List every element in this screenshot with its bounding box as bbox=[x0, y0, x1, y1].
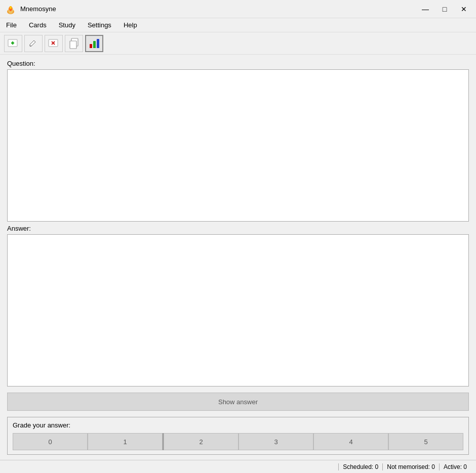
edit-icon bbox=[27, 37, 39, 50]
question-text-area[interactable] bbox=[7, 69, 469, 222]
active-status: Active: 0 bbox=[439, 463, 471, 470]
active-label: Active: bbox=[444, 463, 462, 470]
menu-item-settings[interactable]: Settings bbox=[82, 19, 117, 31]
add-card-button[interactable] bbox=[4, 35, 22, 52]
close-button[interactable]: ✕ bbox=[457, 2, 471, 16]
edit-card-button[interactable] bbox=[24, 35, 43, 52]
not-memorised-value: 0 bbox=[431, 463, 435, 470]
chart-icon bbox=[89, 38, 100, 49]
grade-button-2[interactable]: 2 bbox=[164, 433, 239, 450]
delete-card-button[interactable] bbox=[45, 35, 63, 52]
menu-bar: File Cards Study Settings Help bbox=[0, 18, 476, 32]
svg-rect-14 bbox=[70, 41, 76, 49]
answer-text-area[interactable] bbox=[7, 234, 469, 386]
grade-button-3[interactable]: 3 bbox=[239, 433, 313, 450]
grade-section: Grade your answer: 0 1 2 3 4 5 bbox=[7, 417, 469, 455]
svg-point-3 bbox=[10, 6, 12, 9]
active-value: 0 bbox=[463, 463, 467, 470]
scheduled-label: Scheduled: bbox=[343, 463, 373, 470]
answer-label: Answer: bbox=[7, 225, 469, 232]
copy-card-button[interactable] bbox=[65, 35, 83, 52]
grade-button-5[interactable]: 5 bbox=[388, 433, 463, 450]
menu-item-cards[interactable]: Cards bbox=[23, 19, 53, 31]
toolbar bbox=[0, 32, 476, 55]
scheduled-status: Scheduled: 0 bbox=[338, 463, 382, 470]
grade-button-1[interactable]: 1 bbox=[88, 433, 163, 450]
grade-button-4[interactable]: 4 bbox=[313, 433, 388, 450]
not-memorised-label: Not memorised: bbox=[387, 463, 430, 470]
question-label: Question: bbox=[7, 60, 469, 67]
copy-icon bbox=[68, 37, 80, 50]
not-memorised-status: Not memorised: 0 bbox=[382, 463, 439, 470]
grade-label: Grade your answer: bbox=[13, 421, 463, 429]
title-bar: Mnemosyne — □ ✕ bbox=[0, 0, 476, 18]
maximize-button[interactable]: □ bbox=[438, 2, 452, 16]
grade-buttons: 0 1 2 3 4 5 bbox=[13, 433, 463, 450]
question-section: Question: bbox=[7, 60, 469, 222]
show-answer-button[interactable]: Show answer bbox=[7, 393, 469, 411]
answer-section: Answer: bbox=[7, 225, 469, 386]
scheduled-value: 0 bbox=[375, 463, 379, 470]
main-content: Question: Answer: Show answer Grade your… bbox=[0, 55, 476, 460]
app-logo-icon bbox=[5, 4, 16, 15]
window-title: Mnemosyne bbox=[20, 5, 56, 13]
minimize-button[interactable]: — bbox=[418, 2, 432, 16]
add-icon bbox=[7, 37, 19, 50]
menu-item-file[interactable]: File bbox=[0, 19, 23, 31]
stats-button[interactable] bbox=[85, 35, 103, 52]
grade-button-0[interactable]: 0 bbox=[13, 433, 88, 450]
delete-icon bbox=[48, 37, 60, 50]
menu-item-study[interactable]: Study bbox=[53, 19, 82, 31]
menu-item-help[interactable]: Help bbox=[117, 19, 143, 31]
status-bar: Scheduled: 0 Not memorised: 0 Active: 0 bbox=[0, 460, 476, 473]
title-bar-controls: — □ ✕ bbox=[418, 2, 471, 16]
title-bar-left: Mnemosyne bbox=[5, 4, 56, 15]
